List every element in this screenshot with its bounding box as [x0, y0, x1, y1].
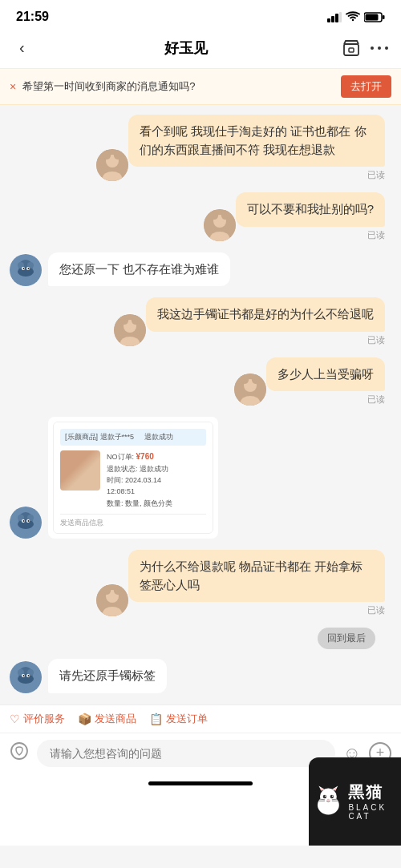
order-body: NO订单: ¥760 退款状态: 退款成功 时间: 2024.03.14 12:…	[60, 450, 206, 510]
avatar	[10, 254, 42, 286]
chat-area: 看个到呢 我现仕手淘走好的 证书也都在 你们的东西跟直播间不符 我现在想退款 已…	[0, 105, 401, 693]
cat-english-text: BLACK CAT	[348, 803, 397, 821]
svg-point-29	[23, 268, 25, 269]
order-image	[60, 450, 100, 491]
wifi-icon	[346, 11, 360, 22]
table-row: 为什么不给退款呢 物品证书都在 开始拿标签恶心人吗 已读	[10, 550, 391, 616]
rate-service-button[interactable]: ♡ 评价服务	[10, 712, 65, 726]
phone-icon[interactable]	[10, 741, 29, 765]
svg-point-63	[28, 675, 30, 676]
more-icon[interactable]	[371, 46, 388, 50]
read-status: 已读	[367, 394, 385, 406]
received-image-message: [乐颜商品] 退款子***5 退款成功 NO订单: ¥760 退款状态: 退款成…	[48, 417, 218, 539]
send-product-button[interactable]: 📦 发送商品	[78, 712, 136, 726]
store-icon[interactable]	[342, 38, 361, 58]
sent-message-2: 可以不要和我扯别的吗? 已读	[236, 192, 385, 241]
svg-point-74	[331, 795, 332, 796]
svg-point-49	[28, 520, 30, 522]
svg-point-71	[322, 794, 326, 797]
read-status: 已读	[367, 169, 385, 181]
return-latest-button[interactable]: 回到最后	[318, 628, 375, 649]
svg-point-72	[330, 794, 333, 797]
order-card: [乐颜商品] 退款子***5 退款成功 NO订单: ¥760 退款状态: 退款成…	[53, 422, 213, 534]
sent-message-1: 看个到呢 我现仕手淘走好的 证书也都在 你们的东西跟直播间不符 我现在想退款 已…	[128, 115, 385, 181]
svg-point-75	[327, 798, 330, 800]
bubble: 看个到呢 我现仕手淘走好的 证书也都在 你们的东西跟直播间不符 我现在想退款	[128, 115, 385, 167]
avatar	[204, 209, 236, 241]
table-row: 请先还原手镯标签	[10, 659, 391, 693]
avatar	[96, 149, 128, 181]
order-price: ¥760	[136, 452, 154, 461]
cat-logo: 黑猫 BLACK CAT	[313, 781, 398, 822]
sent-message-4: 我这边手镯证书都是好的为什么不给退呢 已读	[146, 297, 385, 346]
svg-point-11	[385, 46, 388, 50]
spacer: 回到最后	[10, 628, 391, 652]
cat-icon	[313, 781, 344, 822]
chat-title: 好玉见	[164, 38, 208, 58]
black-cat-watermark: 黑猫 BLACK CAT	[309, 757, 401, 846]
read-status: 已读	[367, 604, 385, 616]
rate-label: 评价服务	[23, 712, 65, 726]
bubble: 请先还原手镯标签	[48, 659, 167, 693]
back-button[interactable]: ‹	[13, 35, 31, 60]
cat-text: 黑猫 BLACK CAT	[348, 781, 397, 821]
svg-point-48	[23, 520, 25, 522]
send-order-button[interactable]: 📋 发送订单	[149, 712, 208, 726]
header: ‹ 好玉见	[0, 29, 401, 69]
received-message-3: 您还原一下 也不存在谁为难谁	[48, 252, 230, 287]
send-product-label: 发送商品	[95, 712, 136, 726]
avatar	[114, 314, 146, 346]
avatar	[234, 373, 266, 406]
bubble: 多少人上当受骗呀	[266, 357, 385, 392]
cat-chinese-text: 黑猫	[348, 781, 397, 803]
notification-close[interactable]: ×	[10, 80, 16, 93]
svg-rect-2	[335, 14, 338, 22]
heart-icon: ♡	[10, 713, 20, 725]
svg-point-73	[325, 795, 326, 796]
home-indicator	[148, 781, 253, 785]
read-status: 已读	[367, 229, 385, 241]
svg-rect-7	[344, 44, 358, 55]
svg-rect-6	[383, 15, 385, 19]
notification-banner: × 希望第一时间收到商家的消息通知吗? 去打开	[0, 69, 401, 105]
table-row: [乐颜商品] 退款子***5 退款成功 NO订单: ¥760 退款状态: 退款成…	[10, 417, 391, 539]
header-actions	[342, 38, 388, 58]
bubble: 为什么不给退款呢 物品证书都在 开始拿标签恶心人吗	[128, 550, 385, 602]
svg-point-66	[320, 788, 337, 805]
svg-point-62	[23, 675, 25, 676]
battery-icon	[364, 12, 385, 22]
svg-rect-3	[339, 12, 342, 22]
bubble: 我这边手镯证书都是好的为什么不给退呢	[146, 297, 385, 332]
status-bar: 21:59	[0, 0, 401, 29]
bottom-area: 黑猫 BLACK CAT	[0, 773, 401, 846]
svg-point-30	[28, 268, 30, 269]
order-footer: 发送商品信息	[60, 514, 206, 529]
order-card-bubble[interactable]: [乐颜商品] 退款子***5 退款成功 NO订单: ¥760 退款状态: 退款成…	[48, 417, 218, 539]
svg-rect-0	[327, 18, 330, 22]
svg-point-10	[378, 46, 381, 50]
svg-point-9	[371, 46, 374, 50]
send-order-label: 发送订单	[166, 712, 208, 726]
svg-rect-8	[349, 48, 354, 52]
bottom-actions: ♡ 评价服务 📦 发送商品 📋 发送订单	[0, 704, 401, 733]
table-row: 可以不要和我扯别的吗? 已读	[10, 192, 391, 241]
table-row: 您还原一下 也不存在谁为难谁	[10, 252, 391, 287]
package-icon: 📦	[78, 713, 91, 725]
table-row: 看个到呢 我现仕手淘走好的 证书也都在 你们的东西跟直播间不符 我现在想退款 已…	[10, 115, 391, 181]
avatar	[96, 584, 128, 616]
clipboard-icon: 📋	[149, 713, 163, 725]
read-status: 已读	[367, 334, 385, 346]
bubble: 可以不要和我扯别的吗?	[236, 192, 385, 227]
sent-message-7: 为什么不给退款呢 物品证书都在 开始拿标签恶心人吗 已读	[128, 550, 385, 616]
avatar	[10, 507, 42, 539]
table-row: 多少人上当受骗呀 已读	[10, 357, 391, 406]
signal-icon	[327, 12, 342, 22]
sent-message-5: 多少人上当受骗呀 已读	[266, 357, 385, 406]
chat-input[interactable]	[37, 740, 335, 767]
avatar	[10, 661, 42, 693]
bubble: 您还原一下 也不存在谁为难谁	[48, 252, 230, 287]
received-message-8: 请先还原手镯标签	[48, 659, 167, 693]
table-row: 我这边手镯证书都是好的为什么不给退呢 已读	[10, 297, 391, 346]
notification-open-button[interactable]: 去打开	[341, 75, 391, 98]
status-icons	[327, 11, 385, 22]
